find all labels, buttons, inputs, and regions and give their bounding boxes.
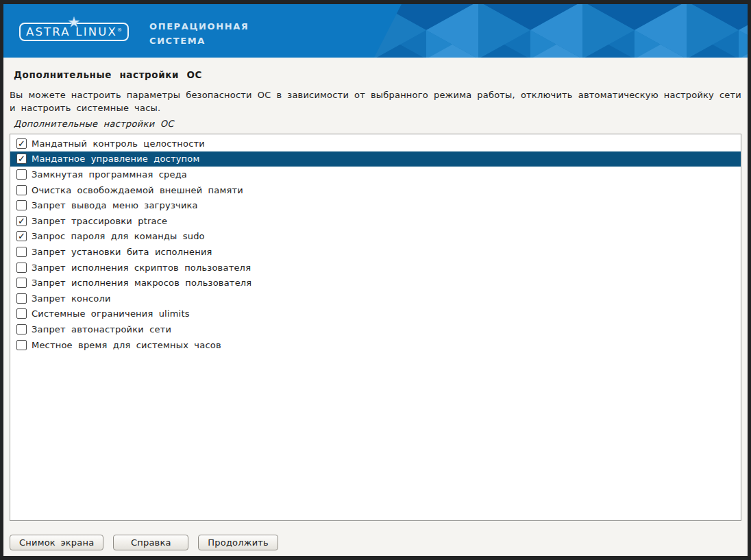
checkbox-unchecked-icon[interactable] <box>16 308 27 319</box>
option-label: Замкнутая программная среда <box>32 169 187 180</box>
options-list[interactable]: ✓Мандатный контроль целостности✓Мандатно… <box>10 134 741 521</box>
option-label: Запрет установки бита исполнения <box>32 247 212 257</box>
checkbox-unchecked-icon[interactable] <box>16 169 27 180</box>
option-row[interactable]: Запрет установки бита исполнения <box>10 244 741 260</box>
checkbox-checked-icon[interactable]: ✓ <box>16 231 27 241</box>
installer-window: ASTRA LINUX® ОПЕРАЦИОННАЯ СИСТЕМА Дополн… <box>3 4 748 556</box>
page-title: Дополнительные настройки ОС <box>14 69 741 80</box>
registered-mark: ® <box>117 27 122 33</box>
footer-bar: Снимок экрана Справка Продолжить <box>10 535 741 556</box>
option-row[interactable]: ✓Запрос пароля для команды sudo <box>10 229 741 245</box>
screenshot-button[interactable]: Снимок экрана <box>10 535 103 550</box>
star-icon <box>69 16 80 28</box>
option-row[interactable]: Запрет исполнения макросов пользователя <box>10 275 741 291</box>
option-row[interactable]: Замкнутая программная среда <box>10 167 741 182</box>
option-label: Запрет вывода меню загрузчика <box>32 200 198 210</box>
option-row[interactable]: ✓Мандатный контроль целостности <box>10 136 741 151</box>
checkbox-unchecked-icon[interactable] <box>16 324 27 334</box>
option-label: Запрет исполнения скриптов пользователя <box>32 263 251 273</box>
checkbox-unchecked-icon[interactable] <box>16 293 27 304</box>
option-label: Мандатный контроль целостности <box>32 138 205 149</box>
option-label: Мандатное управление доступом <box>32 154 199 164</box>
option-label: Системные ограничения ulimits <box>32 308 190 319</box>
page-description: Вы можете настроить параметры безопаснос… <box>10 88 741 114</box>
options-group-label: Дополнительные настройки ОС <box>14 119 741 129</box>
checkbox-checked-icon[interactable]: ✓ <box>16 154 27 164</box>
header-banner: ASTRA LINUX® ОПЕРАЦИОННАЯ СИСТЕМА <box>3 4 748 58</box>
option-label: Запрет автонастройки сети <box>32 324 171 334</box>
option-row[interactable]: Запрет исполнения скриптов пользователя <box>10 260 741 276</box>
option-row[interactable]: ✓Запрет трассировки ptrace <box>10 213 741 229</box>
option-label: Местное время для системных часов <box>32 340 221 350</box>
product-name: ОПЕРАЦИОННАЯ СИСТЕМА <box>149 19 249 48</box>
option-row[interactable]: Запрет вывода меню загрузчика <box>10 197 741 213</box>
help-button[interactable]: Справка <box>113 535 188 550</box>
checkbox-checked-icon[interactable]: ✓ <box>16 138 27 149</box>
option-row[interactable]: Запрет консоли <box>10 291 741 306</box>
option-row[interactable]: Системные ограничения ulimits <box>10 306 741 322</box>
checkbox-unchecked-icon[interactable] <box>16 263 27 273</box>
header-triangle-pattern <box>374 4 748 58</box>
option-label: Очистка освобождаемой внешней памяти <box>32 185 243 195</box>
option-row[interactable]: ✓Мандатное управление доступом <box>10 151 741 167</box>
option-label: Запрос пароля для команды sudo <box>32 231 205 241</box>
continue-button[interactable]: Продолжить <box>198 535 278 550</box>
option-row[interactable]: Запрет автонастройки сети <box>10 321 741 337</box>
checkbox-unchecked-icon[interactable] <box>16 185 27 195</box>
astra-linux-logo: ASTRA LINUX® <box>19 23 129 41</box>
checkbox-unchecked-icon[interactable] <box>16 278 27 288</box>
option-row[interactable]: Местное время для системных часов <box>10 337 741 353</box>
checkbox-checked-icon[interactable]: ✓ <box>16 216 27 226</box>
checkbox-unchecked-icon[interactable] <box>16 200 27 210</box>
option-label: Запрет консоли <box>32 293 111 304</box>
option-row[interactable]: Очистка освобождаемой внешней памяти <box>10 182 741 198</box>
checkbox-unchecked-icon[interactable] <box>16 340 27 350</box>
option-label: Запрет трассировки ptrace <box>32 216 167 226</box>
option-label: Запрет исполнения макросов пользователя <box>32 278 251 288</box>
content-area: Дополнительные настройки ОС Вы можете на… <box>3 58 748 556</box>
checkbox-unchecked-icon[interactable] <box>16 247 27 257</box>
